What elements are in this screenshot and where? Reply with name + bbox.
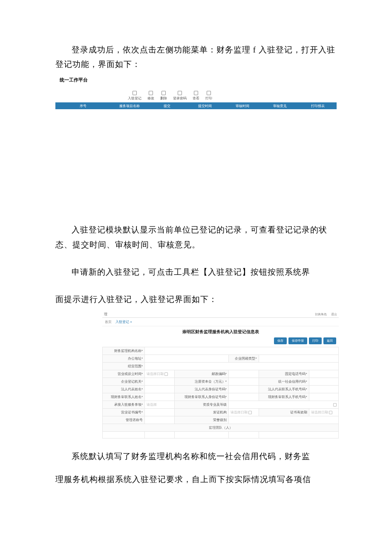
edit-icon (149, 91, 153, 95)
toolbar-register[interactable]: 入驻登记 (128, 91, 141, 101)
input-honor[interactable] (228, 416, 338, 424)
col-submit: 提交 (148, 104, 186, 108)
input-addr[interactable] (145, 355, 229, 363)
input-legal-id[interactable] (228, 386, 259, 393)
lbl-firm-type: 企业国籍类型* (228, 355, 259, 363)
lbl-svc-contact-mobile: 现财务常联系人手机号码* (259, 393, 309, 401)
input-zip[interactable] (228, 370, 259, 378)
input-issue-date[interactable]: 请选择日期 (228, 409, 259, 416)
input-reg-agency[interactable] (145, 378, 174, 386)
lbl-uscc: 统一社会信用代码* (259, 378, 309, 386)
section-team: 监理团队（人） (103, 424, 339, 432)
key-icon (178, 91, 182, 95)
logo-text: 理 (104, 312, 107, 317)
logout-link[interactable]: 退出 (331, 312, 337, 317)
calendar-icon (164, 372, 168, 376)
lbl-svc-contact: 现财务常联系人姓名* (103, 393, 145, 401)
col-print-report: 打印报表 (299, 104, 337, 108)
lbl-svc-items: 承接入驻服务事项* (103, 401, 145, 409)
lbl-reg-cap: 注册资本金（万元）* (174, 378, 228, 386)
calendar-icon (248, 411, 252, 414)
lbl-reg-agency: 企业登记机关* (103, 378, 145, 386)
col-seq: 序号 (55, 104, 111, 108)
col-review-opinion: 审核意见 (261, 104, 299, 108)
toolbar-print[interactable]: 打印 (205, 91, 212, 101)
input-mgr-cert[interactable] (145, 416, 174, 424)
back-button[interactable]: 返回 (323, 337, 336, 344)
trash-icon (161, 91, 166, 95)
input-firm-nationality[interactable] (259, 355, 338, 363)
input-svc-items[interactable]: 请选择 (145, 401, 174, 409)
paragraph-2: 入驻登记模块默认显示当前单位已登记的记录，可查看登记记录的状态、提交时间、审核时… (55, 223, 337, 252)
col-service-name: 服务项目名称 (111, 104, 148, 108)
lbl-svc-major: 资质专业及等级 (174, 401, 228, 409)
toolbar-password[interactable]: 登录密码 (173, 91, 187, 101)
paragraph-3: 申请新的入驻登记，可点击工具栏【入驻登记】按钮按照系统界 (55, 265, 337, 279)
eye-icon (194, 91, 198, 95)
print-button[interactable]: 打印 (309, 337, 322, 344)
toolbar-delete[interactable]: 删除 (160, 91, 167, 101)
input-scope[interactable] (145, 363, 339, 370)
lbl-est-date: 营业或设立时间* (103, 370, 145, 378)
lbl-mgr-cert: 管理者称号 (103, 416, 145, 424)
input-cert-no[interactable] (145, 409, 174, 416)
input-tel[interactable] (309, 370, 339, 378)
screenshot-register-form: 理 切换角色 退出 首页 入驻登记 × 崇明区财务监理服务机构入驻登记信息表 保… (102, 311, 339, 439)
subcol-3 (174, 432, 228, 439)
form-action-row: 保存 保存申报 打印 返回 (102, 337, 339, 347)
input-uscc[interactable] (309, 378, 339, 386)
input-est-date[interactable]: 请选择日期 (145, 370, 174, 378)
lbl-honor: 荣誉级别 (174, 416, 228, 424)
input-svc-contact[interactable] (145, 393, 174, 401)
lbl-zip: 邮政编码* (174, 370, 228, 378)
print-icon (207, 91, 211, 95)
lbl-org-name: 财务监理机构名称* (103, 347, 145, 355)
form-title: 崇明区财务监理服务机构入驻登记信息表 (102, 326, 339, 337)
input-legal-mobile[interactable] (309, 386, 339, 393)
input-org-name[interactable] (145, 347, 339, 355)
lbl-cert-no: 营业证书编号* (103, 409, 145, 416)
lbl-issue-org: 发证机构 (174, 409, 228, 416)
list-table-body-empty (55, 109, 337, 112)
subcol-2 (145, 432, 174, 439)
lbl-legal-id: 法人代表身份证号码* (174, 386, 228, 393)
paragraph-4: 面提示进行入驻登记，入驻登记界面如下： (55, 292, 337, 307)
input-legal[interactable] (145, 386, 174, 393)
screenshot-platform-list: 统一工作平台 入驻登记 修改 删除 登录密码 查看 打印 序号 服务项目名称 提… (55, 77, 337, 112)
col-submit-time: 提交时间 (186, 104, 224, 108)
subcol-4 (228, 432, 259, 439)
input-svc-contact-mobile[interactable] (309, 393, 339, 401)
save-submit-button[interactable]: 保存申报 (288, 337, 307, 344)
lbl-expire: 证书有效期 (259, 409, 309, 416)
app-title: 统一工作平台 (60, 77, 337, 83)
toolbar: 入驻登记 修改 删除 登录密码 查看 打印 (55, 91, 337, 101)
subcol-1 (103, 432, 145, 439)
lbl-legal-mobile: 法人代表联系人手机号码* (259, 386, 309, 393)
plus-icon (133, 91, 137, 95)
list-table-header: 序号 服务项目名称 提交 提交时间 审核时间 审核意见 打印报表 (55, 102, 337, 109)
paragraph-5: 系统默认填写了财务监理机构名称和统一社会信用代码，财务监 (55, 449, 337, 464)
input-svc-contact-id[interactable] (228, 393, 259, 401)
lbl-scope: 经营范围* (103, 363, 145, 370)
picker-icon (333, 403, 337, 407)
lbl-svc-contact-id: 现财务常联系人身份证号码* (174, 393, 228, 401)
toolbar-edit[interactable]: 修改 (147, 91, 154, 101)
switch-role-link[interactable]: 切换角色 (315, 312, 327, 317)
input-expire[interactable]: 请选择日期 (309, 409, 339, 416)
paragraph-6: 理服务机构根据系统入驻登记要求，自上而下按实际情况填写各项信 (55, 472, 337, 487)
breadcrumb: 首页 入驻登记 × (102, 318, 339, 326)
lbl-legal: 法人代表姓名* (103, 386, 145, 393)
crumb-home[interactable]: 首页 (105, 320, 112, 324)
register-form-table: 财务监理机构名称* 办公地址* 企业国籍类型* 经营范围* 营业或设立时间* 请… (102, 347, 339, 439)
input-reg-cap[interactable] (228, 378, 259, 386)
col-review-time: 审核时间 (224, 104, 261, 108)
save-button[interactable]: 保存 (274, 337, 287, 344)
paragraph-1: 登录成功后，依次点击左侧功能菜单：财务监理 f 入驻登记，打开入驻登记功能，界面… (55, 43, 337, 72)
subcol-5 (259, 432, 338, 439)
toolbar-view[interactable]: 查看 (193, 91, 199, 101)
form-topbar: 理 切换角色 退出 (102, 311, 339, 318)
lbl-addr: 办公地址* (103, 355, 145, 363)
calendar-icon (329, 411, 332, 414)
crumb-register[interactable]: 入驻登记 × (115, 320, 132, 324)
input-svc-major[interactable] (228, 401, 338, 409)
